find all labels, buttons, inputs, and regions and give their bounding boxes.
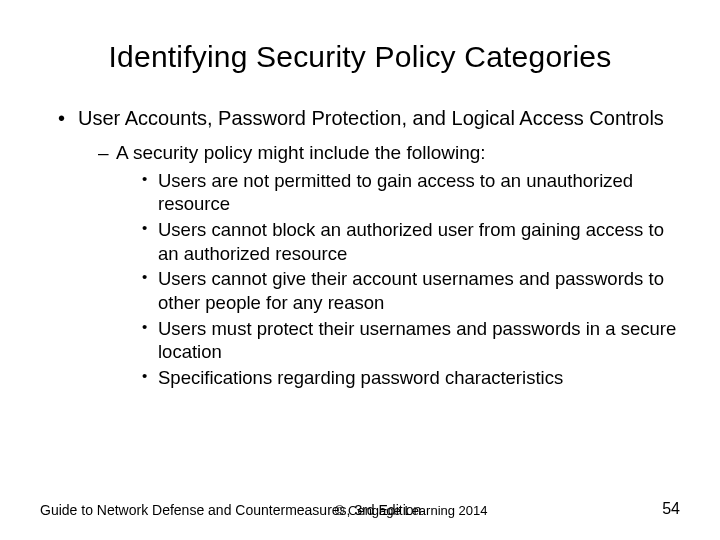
detail-text: Users must protect their usernames and p…: [158, 318, 676, 363]
detail-text: Users cannot give their account username…: [158, 268, 664, 313]
sub-bullet-text: A security policy might include the foll…: [116, 142, 486, 163]
detail-item: Users must protect their usernames and p…: [142, 317, 680, 364]
detail-text: Users cannot block an authorized user fr…: [158, 219, 664, 264]
sub-bullet-item: A security policy might include the foll…: [98, 141, 680, 390]
detail-item: Specifications regarding password charac…: [142, 366, 680, 390]
slide-footer: Guide to Network Defense and Countermeas…: [40, 500, 680, 518]
bullet-item: User Accounts, Password Protection, and …: [58, 106, 680, 390]
bullet-text: User Accounts, Password Protection, and …: [78, 107, 664, 129]
detail-item: Users cannot block an authorized user fr…: [142, 218, 680, 265]
detail-text: Specifications regarding password charac…: [158, 367, 563, 388]
slide-body: User Accounts, Password Protection, and …: [40, 106, 680, 390]
detail-item: Users are not permitted to gain access t…: [142, 169, 680, 216]
footer-copyright: © Cengage Learning 2014: [335, 503, 488, 518]
footer-page-number: 54: [662, 500, 680, 518]
slide-title: Identifying Security Policy Categories: [40, 40, 680, 74]
bullet-list-level1: User Accounts, Password Protection, and …: [40, 106, 680, 390]
bullet-list-level3: Users are not permitted to gain access t…: [116, 169, 680, 390]
detail-item: Users cannot give their account username…: [142, 267, 680, 314]
bullet-list-level2: A security policy might include the foll…: [78, 141, 680, 390]
detail-text: Users are not permitted to gain access t…: [158, 170, 633, 215]
